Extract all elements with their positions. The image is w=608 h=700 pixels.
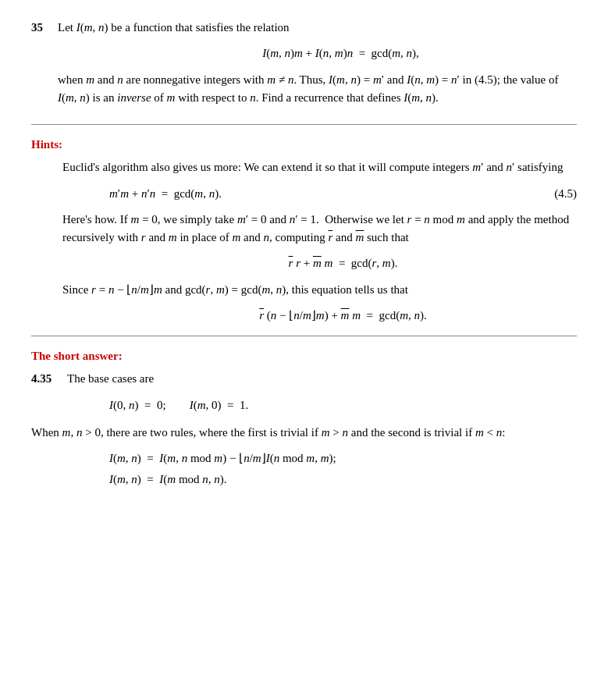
problem-followup: when m and n are nonnegative integers wi…: [58, 71, 577, 108]
equation-base-cases: I(0, n) = 0; I(m, 0) = 1.: [109, 396, 577, 414]
problem-number: 35: [31, 19, 58, 37]
hints-label: Hints:: [31, 136, 577, 154]
divider-1: [31, 124, 577, 125]
hints-text-1: Euclid's algorithm also gives us more: W…: [62, 158, 577, 176]
short-answer-section: The short answer: 4.35 The base cases ar…: [31, 347, 577, 489]
answer-intro: The base cases are: [67, 370, 154, 388]
problem-body: Let I(m, n) be a function that satisfies…: [58, 19, 577, 113]
hints-content: Euclid's algorithm also gives us more: W…: [62, 158, 577, 325]
divider-2: [31, 336, 577, 336]
problem-section: 35 Let I(m, n) be a function that satisf…: [31, 19, 577, 113]
rules-block: I(m, n) = I(m, n mod m) − ⌊n/m⌋I(n mod m…: [109, 449, 577, 489]
hints-text-3: Since r = n − ⌊n/m⌋m and gcd(r, m) = gcd…: [62, 281, 577, 299]
hints-section: Hints: Euclid's algorithm also gives us …: [31, 136, 577, 325]
problem-intro: Let I(m, n) be a function that satisfies…: [58, 19, 577, 37]
equation-45: m′m + n′n = gcd(m, n). (4.5): [109, 185, 577, 203]
rule-1: I(m, n) = I(m, n mod m) − ⌊n/m⌋I(n mod m…: [109, 449, 577, 467]
equation-1: I(m, n)m + I(n, m)n = gcd(m, n),: [105, 44, 577, 62]
equation-final: r (n − ⌊n/m⌋m) + m m = gcd(m, n).: [109, 307, 577, 325]
answer-number: 4.35: [31, 370, 67, 388]
answer-p2: When m, n > 0, there are two rules, wher…: [31, 424, 577, 442]
equation-r: r r + m m = gcd(r, m).: [109, 254, 577, 272]
hints-text-2: Here's how. If m = 0, we simply take m′ …: [62, 211, 577, 247]
rule-2: I(m, n) = I(m mod n, n).: [109, 471, 577, 489]
equation-45-content: m′m + n′n = gcd(m, n).: [109, 185, 222, 203]
answer-header: 4.35 The base cases are: [31, 370, 577, 388]
equation-label-45: (4.5): [554, 185, 577, 203]
short-answer-label: The short answer:: [31, 347, 577, 365]
